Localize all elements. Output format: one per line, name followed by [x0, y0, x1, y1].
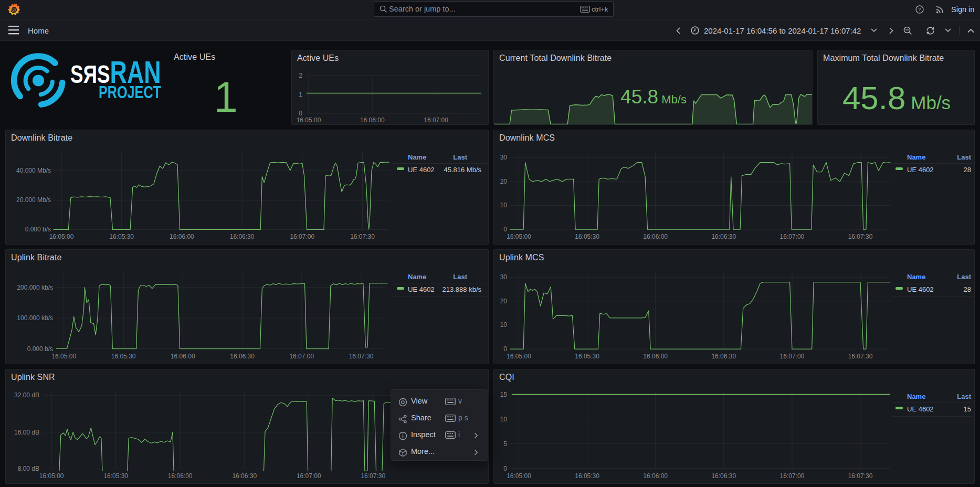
svg-text:16:06:30: 16:06:30 — [711, 233, 736, 240]
svg-text:40.000 Mb/s: 40.000 Mb/s — [16, 167, 51, 174]
svg-text:16:05:00: 16:05:00 — [297, 117, 321, 124]
svg-text:1: 1 — [299, 91, 302, 98]
svg-text:16:07:00: 16:07:00 — [780, 353, 805, 360]
svg-text:16:07:30: 16:07:30 — [848, 472, 873, 480]
svg-text:200.000 kb/s: 200.000 kb/s — [17, 284, 53, 291]
svg-text:16:06:30: 16:06:30 — [230, 233, 255, 240]
svg-text:30: 30 — [500, 273, 508, 281]
svg-text:16:07:00: 16:07:00 — [780, 472, 805, 480]
svg-text:16:06:00: 16:06:00 — [643, 233, 668, 240]
svg-text:16:07:00: 16:07:00 — [289, 353, 314, 360]
svg-text:16:05:00: 16:05:00 — [507, 472, 531, 480]
svg-text:16:06:30: 16:06:30 — [711, 472, 736, 480]
svg-text:15: 15 — [500, 391, 508, 398]
svg-text:30: 30 — [500, 154, 508, 161]
svg-text:16:06:30: 16:06:30 — [232, 472, 257, 480]
svg-text:16:06:30: 16:06:30 — [711, 353, 736, 360]
svg-text:16:07:30: 16:07:30 — [350, 233, 375, 240]
svg-text:16:05:30: 16:05:30 — [575, 353, 599, 360]
svg-text:20.000 Mb/s: 20.000 Mb/s — [16, 196, 51, 204]
svg-text:16:06:00: 16:06:00 — [168, 472, 193, 480]
svg-text:16:05:30: 16:05:30 — [103, 472, 128, 480]
svg-text:10: 10 — [500, 416, 508, 423]
svg-text:2: 2 — [299, 72, 302, 79]
svg-text:16:05:30: 16:05:30 — [575, 233, 599, 240]
svg-text:16:05:00: 16:05:00 — [507, 233, 531, 240]
svg-text:5: 5 — [503, 440, 507, 448]
svg-text:0: 0 — [503, 226, 507, 233]
svg-text:16:06:00: 16:06:00 — [360, 117, 385, 124]
svg-text:16:07:00: 16:07:00 — [424, 117, 448, 124]
svg-text:16:05:30: 16:05:30 — [575, 472, 599, 480]
svg-text:16:06:30: 16:06:30 — [230, 353, 255, 360]
svg-text:16:05:30: 16:05:30 — [111, 353, 136, 360]
svg-text:16:05:00: 16:05:00 — [49, 233, 74, 240]
svg-text:16:06:00: 16:06:00 — [170, 233, 194, 240]
svg-text:20: 20 — [500, 178, 508, 185]
svg-text:16:07:00: 16:07:00 — [290, 233, 314, 240]
svg-text:16:07:30: 16:07:30 — [848, 353, 873, 360]
svg-text:0: 0 — [503, 465, 507, 472]
svg-text:0: 0 — [503, 345, 507, 353]
svg-text:8.00 dB: 8.00 dB — [18, 465, 39, 472]
svg-text:10: 10 — [500, 202, 508, 209]
svg-text:10: 10 — [500, 321, 508, 329]
svg-text:16:06:00: 16:06:00 — [643, 353, 668, 360]
svg-text:16:05:00: 16:05:00 — [507, 353, 531, 360]
svg-text:16:05:30: 16:05:30 — [109, 233, 134, 240]
svg-text:16.00 dB: 16.00 dB — [14, 429, 39, 436]
svg-text:0.000 b/s: 0.000 b/s — [27, 345, 53, 353]
svg-text:16:06:00: 16:06:00 — [171, 353, 195, 360]
svg-text:100.000 kb/s: 100.000 kb/s — [17, 314, 53, 322]
svg-text:32.00 dB: 32.00 dB — [14, 391, 39, 399]
svg-text:16:07:30: 16:07:30 — [349, 353, 374, 360]
svg-text:16:05:00: 16:05:00 — [51, 353, 76, 360]
svg-text:20: 20 — [500, 298, 508, 305]
svg-text:0.000 b/s: 0.000 b/s — [25, 226, 51, 233]
svg-text:16:05:00: 16:05:00 — [39, 472, 64, 480]
svg-text:16:06:00: 16:06:00 — [643, 472, 668, 480]
svg-text:?: ? — [918, 6, 921, 12]
svg-text:16:07:00: 16:07:00 — [297, 472, 321, 480]
svg-text:16:07:30: 16:07:30 — [361, 472, 385, 480]
svg-text:16:07:30: 16:07:30 — [848, 233, 873, 240]
svg-text:16:07:00: 16:07:00 — [780, 233, 805, 240]
svg-text:0: 0 — [299, 110, 302, 117]
